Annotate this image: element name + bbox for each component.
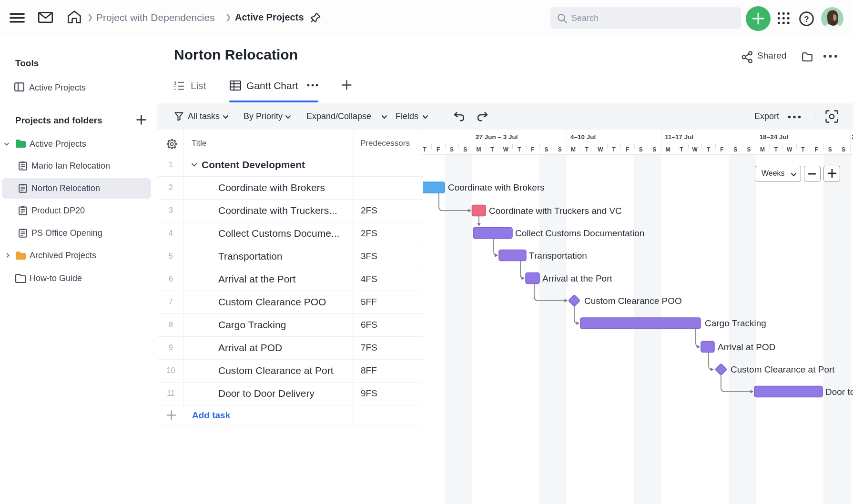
- svg-text:Custom Clearance POO: Custom Clearance POO: [584, 296, 682, 306]
- svg-text:Cargo Tracking: Cargo Tracking: [705, 318, 766, 328]
- svg-text:Door to Door Delivery: Door to Door Delivery: [825, 387, 853, 397]
- svg-text:?: ?: [804, 15, 809, 24]
- svg-text:Coordinate with Brokers: Coordinate with Brokers: [448, 182, 545, 192]
- svg-text:Custom Clearance at Port: Custom Clearance at Port: [731, 364, 835, 374]
- svg-text:Collect Customs Documentation: Collect Customs Documentation: [515, 228, 644, 238]
- svg-text:Arrival at POD: Arrival at POD: [718, 342, 775, 352]
- svg-text:Coordinate with Truckers and V: Coordinate with Truckers and VC: [489, 206, 622, 216]
- svg-text:Arrival at the Port: Arrival at the Port: [542, 273, 612, 283]
- svg-text:Transportation: Transportation: [529, 251, 587, 261]
